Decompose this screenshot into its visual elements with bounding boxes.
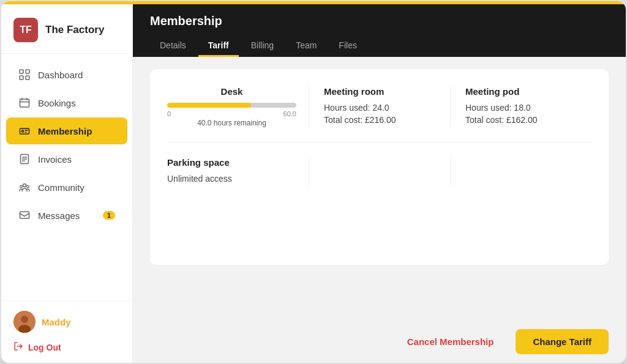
- tariff-grid-top: Desk 0 60.0 40.0 hours remaining: [167, 86, 591, 143]
- svg-rect-3: [26, 76, 29, 80]
- messages-badge: 1: [103, 211, 115, 220]
- progress-min: 0: [167, 110, 171, 117]
- sidebar-item-label: Community: [38, 182, 84, 193]
- meeting-room-hours: Hours used: 24.0: [324, 103, 438, 113]
- logout-button[interactable]: Log Out: [13, 341, 120, 353]
- meeting-room-title: Meeting room: [324, 86, 438, 97]
- tab-details[interactable]: Details: [150, 35, 196, 57]
- content-main: Desk 0 60.0 40.0 hours remaining: [133, 57, 626, 321]
- sidebar-item-invoices[interactable]: Invoices: [6, 146, 127, 173]
- tab-team[interactable]: Team: [286, 35, 326, 57]
- user-name: Maddy: [42, 317, 71, 327]
- dashboard-icon: [18, 69, 31, 81]
- content-footer: Cancel Membership Change Tariff: [133, 321, 626, 363]
- tariff-meeting-room: Meeting room Hours used: 24.0 Total cost…: [309, 86, 450, 127]
- parking-title: Parking space: [167, 157, 296, 168]
- change-tariff-button[interactable]: Change Tariff: [516, 329, 609, 354]
- tab-files[interactable]: Files: [329, 35, 367, 57]
- sidebar-footer: Maddy Log Out: [1, 300, 132, 363]
- meeting-pod-title: Meeting pod: [465, 86, 579, 97]
- progress-labels: 0 60.0: [167, 110, 296, 117]
- main-layout: TF The Factory Dashboard: [1, 4, 626, 363]
- brand-name: The Factory: [45, 24, 104, 36]
- svg-rect-1: [26, 70, 29, 73]
- tariff-meeting-pod: Meeting pod Hours used: 18.0 Total cost:…: [450, 86, 591, 127]
- app-container: TF The Factory Dashboard: [0, 0, 627, 364]
- parking-access: Unlimited access: [167, 174, 296, 184]
- progress-track: [167, 103, 296, 108]
- brand-initials: TF: [20, 24, 32, 35]
- sidebar-item-membership[interactable]: Membership: [6, 117, 127, 144]
- svg-rect-0: [20, 70, 23, 73]
- sidebar: TF The Factory Dashboard: [1, 4, 133, 363]
- logout-icon: [13, 341, 23, 353]
- membership-icon: [18, 125, 31, 137]
- sidebar-item-bookings[interactable]: Bookings: [6, 89, 127, 116]
- tab-tariff[interactable]: Tariff: [198, 35, 239, 57]
- logout-label: Log Out: [28, 343, 61, 352]
- tariff-grid-bottom: Parking space Unlimited access: [167, 157, 591, 186]
- invoices-icon: [18, 153, 31, 165]
- tariff-parking: Parking space Unlimited access: [167, 157, 309, 186]
- sidebar-item-label: Dashboard: [38, 70, 83, 80]
- progress-remaining: 40.0 hours remaining: [167, 119, 296, 127]
- content-header: Membership Details Tariff Billing Team: [133, 4, 626, 57]
- brand-logo: TF: [13, 18, 38, 42]
- page-title: Membership: [150, 14, 609, 28]
- messages-icon: [18, 209, 31, 221]
- desk-title: Desk: [167, 86, 296, 97]
- sidebar-item-dashboard[interactable]: Dashboard: [6, 61, 127, 88]
- sidebar-item-community[interactable]: Community: [6, 174, 127, 201]
- desk-progress: 0 60.0 40.0 hours remaining: [167, 103, 296, 127]
- tariff-desk: Desk 0 60.0 40.0 hours remaining: [167, 86, 309, 127]
- tabs: Details Tariff Billing Team Files: [150, 35, 609, 57]
- tariff-empty-2: [309, 157, 450, 186]
- progress-fill: [167, 103, 251, 108]
- community-icon: [18, 181, 31, 193]
- svg-point-13: [21, 316, 28, 323]
- svg-point-9: [20, 185, 23, 188]
- svg-rect-4: [20, 99, 29, 107]
- tariff-empty-3: [450, 157, 591, 186]
- svg-rect-11: [20, 212, 29, 218]
- svg-point-8: [23, 184, 26, 187]
- sidebar-item-label: Invoices: [38, 154, 72, 165]
- progress-max: 60.0: [283, 110, 296, 117]
- cancel-membership-button[interactable]: Cancel Membership: [395, 329, 506, 354]
- avatar: [13, 311, 36, 333]
- sidebar-nav: Dashboard Bookings: [1, 54, 132, 300]
- sidebar-item-label: Membership: [38, 126, 92, 136]
- tariff-card: Desk 0 60.0 40.0 hours remaining: [150, 69, 609, 265]
- meeting-pod-cost: Total cost: £162.00: [465, 115, 579, 125]
- meeting-pod-hours: Hours used: 18.0: [465, 103, 579, 113]
- sidebar-item-label: Bookings: [38, 98, 76, 108]
- sidebar-brand: TF The Factory: [1, 4, 132, 54]
- bookings-icon: [18, 97, 31, 109]
- sidebar-item-messages[interactable]: Messages 1: [6, 202, 127, 229]
- content-area: Membership Details Tariff Billing Team: [133, 4, 626, 363]
- svg-point-6: [22, 130, 24, 132]
- meeting-room-cost: Total cost: £216.00: [324, 115, 438, 125]
- svg-rect-2: [20, 76, 23, 80]
- user-row: Maddy: [13, 311, 120, 333]
- svg-point-10: [27, 185, 29, 188]
- sidebar-item-label: Messages: [38, 210, 80, 221]
- tab-billing[interactable]: Billing: [241, 35, 283, 57]
